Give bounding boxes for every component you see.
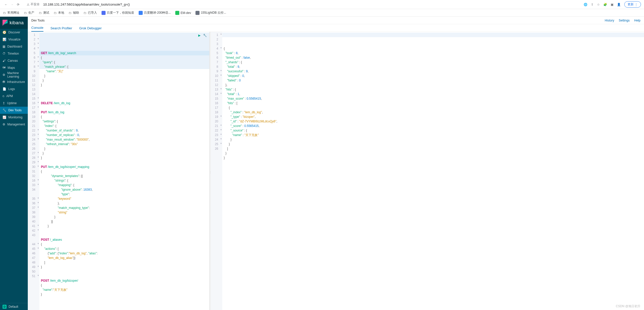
request-editor[interactable]: 1234567891011121314151617181920212223242… <box>28 32 210 310</box>
code-line[interactable]: "max_result_window": "500000", <box>41 137 208 142</box>
code-line[interactable]: "query": { <box>41 60 208 64</box>
code-line[interactable] <box>41 233 208 237</box>
code-line[interactable]: "name": "天|" <box>41 69 208 74</box>
sidebar-item-infrastructure[interactable]: ⛃Infrastructure <box>0 78 28 85</box>
reload-button[interactable]: ⟳ <box>15 2 21 8</box>
code-line[interactable]: GET /lem_db_log/_search <box>41 51 208 55</box>
code-line[interactable]: }] <box>41 219 208 224</box>
code-line[interactable]: "total" : 9, <box>224 64 642 69</box>
bookmark-item[interactable]: 🗀常用网址 <box>3 11 19 15</box>
sidebar-item-canvas[interactable]: 🖌Canvas <box>0 57 28 64</box>
star-icon[interactable]: ☆ <box>597 3 600 6</box>
tab-grok-debugger[interactable]: Grok Debugger <box>79 26 102 32</box>
code-line[interactable] <box>41 92 208 96</box>
header-link-history[interactable]: History <box>605 19 614 22</box>
code-line[interactable]: "_score" : 0.5565415, <box>224 124 642 128</box>
code-line[interactable]: { <box>41 55 208 60</box>
security-chip[interactable]: ⚠ 不安全 <box>25 2 41 7</box>
code-line[interactable]: { <box>41 242 208 247</box>
code-line[interactable] <box>41 269 208 274</box>
code-line[interactable]: {"add": {"index":"lem_db_log", "alias": <box>41 251 208 256</box>
code-line[interactable]: PUT /lem_db_log <box>41 110 208 115</box>
code-line[interactable]: "successful" : 9, <box>224 69 642 74</box>
code-line[interactable]: { <box>41 115 208 119</box>
bookmark-item[interactable]: 🗀本地 <box>54 11 64 15</box>
code-line[interactable]: "refresh_interval": "30s" <box>41 142 208 146</box>
forward-button[interactable]: → <box>9 2 15 8</box>
code-line[interactable]: "match_mapping_type": <box>41 206 208 210</box>
code-line[interactable]: } <box>41 224 208 228</box>
code-line[interactable]: "timed_out" : false, <box>224 55 642 60</box>
sidebar-item-timelion[interactable]: ⏱Timelion <box>0 50 28 57</box>
code-line[interactable]: "name":"天下无敌" <box>41 287 208 292</box>
code-line[interactable] <box>41 160 208 165</box>
code-line[interactable]: "name" : "天下无敌" <box>224 133 642 137</box>
code-line[interactable]: "failed" : 0 <box>224 78 642 83</box>
code-line[interactable]: } <box>224 156 642 160</box>
code-line[interactable]: } <box>41 292 208 297</box>
code-line[interactable]: "_type" : "bizoper", <box>224 115 642 119</box>
space-selector[interactable]: D Default <box>0 303 28 310</box>
code-line[interactable]: POST /_aliases <box>41 237 208 242</box>
code-line[interactable] <box>41 96 208 101</box>
translate-icon[interactable]: 🌐 <box>584 3 587 6</box>
code-line[interactable]: } <box>41 265 208 269</box>
code-line[interactable] <box>41 228 208 233</box>
code-line[interactable]: "skipped" : 0, <box>224 74 642 78</box>
wrench-icon[interactable]: 🔧 <box>203 33 207 38</box>
window-icon[interactable]: ▣ <box>611 3 613 6</box>
code-line[interactable]: "ignore_above": 16383, <box>41 187 208 192</box>
code-line[interactable]: "type": <box>41 192 208 196</box>
code-line[interactable]: "keyword" <box>41 196 208 201</box>
code-line[interactable]: DELETE /lem_db_log <box>41 101 208 105</box>
code-line[interactable]: "_id" : "dZ-7VYMBI9zzMLdcuQy6", <box>224 119 642 124</box>
code-line[interactable]: { <box>224 105 642 110</box>
run-request-icon[interactable]: ▶ <box>198 33 201 38</box>
code-line[interactable]: } <box>41 215 208 219</box>
sidebar-item-monitoring[interactable]: 📈Monitoring <box>0 114 28 121</box>
code-line[interactable]: } <box>224 142 642 146</box>
bookmark-item[interactable]: 🗀测试 <box>39 11 49 15</box>
code-line[interactable]: "took" : 8, <box>224 51 642 55</box>
code-line[interactable]: { <box>224 46 642 51</box>
tab-console[interactable]: Console <box>31 26 43 32</box>
code-line[interactable]: { <box>41 283 208 287</box>
bookmark-item[interactable]: 百度翻译-200种语... <box>139 11 171 15</box>
code-line[interactable]: "match_phrase": { <box>41 64 208 69</box>
code-line[interactable]: "hits" : [ <box>224 101 642 105</box>
code-line[interactable]: "index": { <box>41 124 208 128</box>
sidebar-item-machine-learning[interactable]: ⚙Machine Learning <box>0 71 28 78</box>
bookmark-item[interactable]: 🗀辅助 <box>69 11 79 15</box>
code-line[interactable]: } <box>224 137 642 142</box>
code-line[interactable]: ] <box>224 146 642 151</box>
back-button[interactable]: ← <box>3 2 9 8</box>
sidebar-item-discover[interactable]: 🧭Discover <box>0 29 28 36</box>
code-line[interactable]: "_shards" : { <box>224 60 642 64</box>
response-viewer[interactable]: 1234567891011121314151617181920212223242… <box>211 32 644 310</box>
bookmark-item[interactable]: 百度一下，你就知道 <box>102 11 134 15</box>
code-line[interactable]: } <box>224 151 642 156</box>
code-line[interactable] <box>41 274 208 278</box>
code-line[interactable]: }, <box>41 201 208 206</box>
code-line[interactable]: "_index" : "lem_db_log", <box>224 110 642 115</box>
sidebar-item-management[interactable]: ⚙Management <box>0 121 28 128</box>
header-link-settings[interactable]: Settings <box>619 19 630 22</box>
update-button[interactable]: 更新 ⋮ <box>624 1 641 8</box>
code-line[interactable] <box>41 105 208 110</box>
code-line[interactable] <box>41 87 208 92</box>
profile-icon[interactable]: 👤 <box>617 3 621 6</box>
code-line[interactable]: } <box>41 74 208 78</box>
bookmark-item[interactable]: 🗀已导入 <box>84 11 97 15</box>
code-line[interactable]: "lem_db_log_alias"}} <box>41 256 208 260</box>
extensions-icon[interactable]: 🧩 <box>603 3 607 6</box>
code-line[interactable]: POST /lem_db_log/bizoper/ <box>41 278 208 283</box>
code-line[interactable] <box>224 160 642 165</box>
code-line[interactable]: "number_of_replicas" : 0, <box>41 133 208 137</box>
code-line[interactable]: } <box>41 146 208 151</box>
sidebar-item-logs[interactable]: 📄Logs <box>0 85 28 93</box>
bookmark-item[interactable]: EM-dev <box>175 11 191 15</box>
sidebar-item-dashboard[interactable]: ▦Dashboard <box>0 43 28 50</box>
sidebar-item-visualize[interactable]: 📊Visualize <box>0 36 28 43</box>
code-line[interactable]: "mapping": { <box>41 183 208 187</box>
code-line[interactable]: }, <box>224 83 642 87</box>
